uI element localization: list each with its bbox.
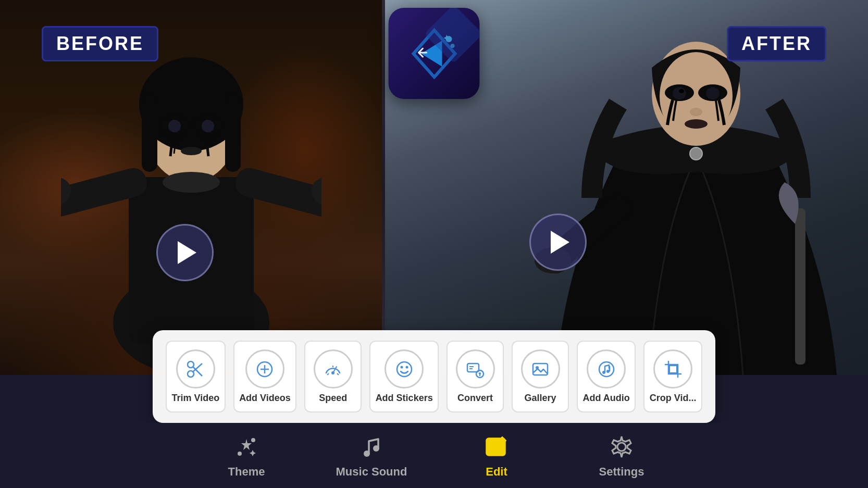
speed-icon-circle [314, 349, 353, 389]
character-before [61, 21, 321, 375]
speedometer-icon [323, 359, 343, 379]
gallery-icon-circle [521, 349, 560, 389]
svg-point-14 [202, 120, 214, 132]
trim-video-label: Trim Video [171, 393, 219, 404]
svg-point-42 [331, 371, 334, 374]
crop-video-label: Crop Vid... [650, 393, 697, 404]
label-before: BEFORE [42, 26, 158, 61]
svg-point-68 [617, 443, 626, 451]
crop-video-icon-circle [653, 349, 692, 389]
svg-point-16 [163, 172, 220, 193]
svg-point-32 [445, 36, 452, 42]
convert-icon [465, 359, 485, 379]
svg-point-57 [602, 371, 605, 374]
svg-line-43 [327, 373, 329, 375]
tool-add-stickers[interactable]: Add Stickers [369, 341, 439, 412]
edit-icon [482, 432, 511, 461]
svg-point-56 [599, 362, 614, 377]
tool-crop-video[interactable]: Crop Vid... [643, 341, 702, 412]
svg-rect-60 [669, 366, 677, 373]
scissors-icon [185, 359, 205, 379]
play-button-before[interactable] [156, 224, 214, 281]
nav-item-settings[interactable]: Settings [559, 427, 684, 484]
svg-rect-49 [467, 364, 479, 372]
svg-rect-54 [533, 364, 548, 375]
nav-item-music-sound[interactable]: Music Sound [309, 427, 434, 484]
tool-convert[interactable]: Convert [447, 341, 504, 412]
svg-point-33 [450, 44, 454, 48]
svg-point-61 [251, 438, 255, 442]
svg-point-15 [181, 147, 202, 155]
label-after: AFTER [727, 26, 826, 61]
tool-add-audio[interactable]: Add Audio [577, 341, 636, 412]
app-logo[interactable] [389, 8, 480, 99]
edit-toolbar: Trim Video Add Videos Speed [153, 330, 715, 423]
add-stickers-label: Add Stickers [376, 393, 433, 404]
svg-point-22 [706, 87, 720, 99]
add-stickers-icon-circle [385, 349, 424, 389]
add-audio-label: Add Audio [583, 393, 630, 404]
gallery-icon [530, 359, 550, 379]
settings-label: Settings [599, 465, 644, 479]
svg-point-24 [690, 108, 702, 116]
svg-point-63 [364, 451, 370, 457]
app-logo-icon [403, 22, 465, 85]
tool-speed[interactable]: Speed [304, 341, 362, 412]
svg-point-64 [373, 445, 379, 452]
smiley-icon [394, 359, 414, 379]
svg-rect-27 [795, 208, 805, 365]
gallery-label: Gallery [525, 393, 556, 404]
music-note-icon [597, 359, 616, 379]
add-audio-icon-circle [587, 349, 626, 389]
svg-point-62 [238, 452, 242, 456]
svg-point-26 [690, 147, 702, 160]
svg-rect-10 [225, 94, 241, 172]
music-sound-icon [357, 432, 386, 461]
tool-gallery[interactable]: Gallery [512, 341, 569, 412]
nav-item-edit[interactable]: Edit [434, 427, 559, 484]
tool-add-videos[interactable]: Add Videos [233, 341, 297, 412]
video-divider [382, 0, 385, 375]
speed-label: Speed [319, 393, 347, 404]
svg-rect-9 [142, 94, 157, 172]
crop-icon [663, 359, 683, 379]
nav-item-theme[interactable]: Theme [184, 427, 309, 484]
theme-icon [232, 432, 261, 461]
svg-point-47 [400, 366, 403, 368]
music-sound-label: Music Sound [336, 465, 407, 479]
svg-point-21 [673, 87, 686, 99]
bottom-navigation: Theme Music Sound Edit [0, 423, 868, 488]
plus-circle-icon [255, 359, 275, 379]
trim-video-icon-circle [176, 349, 215, 389]
edit-label: Edit [486, 465, 507, 479]
convert-label: Convert [457, 393, 493, 404]
svg-point-48 [405, 366, 408, 368]
convert-icon-circle [456, 349, 495, 389]
svg-point-13 [168, 120, 181, 132]
play-button-after[interactable] [529, 214, 587, 271]
svg-point-23 [679, 89, 684, 93]
svg-point-25 [685, 119, 708, 129]
add-videos-label: Add Videos [239, 393, 291, 404]
settings-icon [607, 432, 636, 461]
svg-point-46 [397, 362, 412, 377]
tool-trim-video[interactable]: Trim Video [166, 341, 226, 412]
add-videos-icon-circle [245, 349, 284, 389]
video-before-panel: BEFORE [0, 0, 382, 375]
theme-label: Theme [228, 465, 265, 479]
svg-line-45 [337, 373, 339, 375]
